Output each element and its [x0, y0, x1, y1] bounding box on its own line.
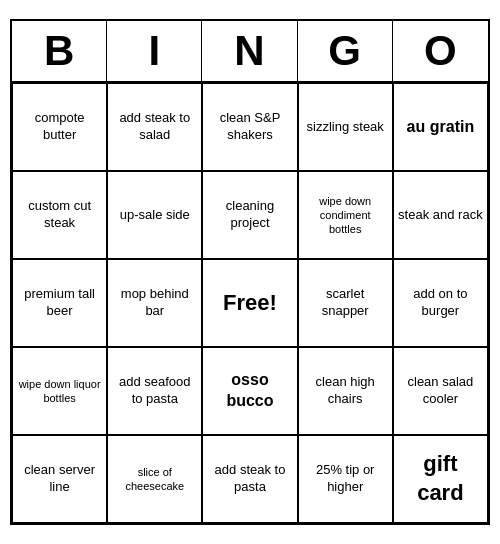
bingo-cell-23: 25% tip or higher: [298, 435, 393, 523]
bingo-cell-12: Free!: [202, 259, 297, 347]
bingo-cell-20: clean server line: [12, 435, 107, 523]
bingo-cell-8: wipe down condiment bottles: [298, 171, 393, 259]
bingo-card: BINGO compote butteradd steak to saladcl…: [10, 19, 490, 525]
bingo-cell-22: add steak to pasta: [202, 435, 297, 523]
bingo-cell-0: compote butter: [12, 83, 107, 171]
bingo-cell-4: au gratin: [393, 83, 488, 171]
bingo-cell-2: clean S&P shakers: [202, 83, 297, 171]
bingo-cell-14: add on to burger: [393, 259, 488, 347]
bingo-cell-3: sizzling steak: [298, 83, 393, 171]
header-letter-o: O: [393, 21, 488, 81]
bingo-cell-19: clean salad cooler: [393, 347, 488, 435]
bingo-cell-16: add seafood to pasta: [107, 347, 202, 435]
bingo-cell-24: gift card: [393, 435, 488, 523]
bingo-header: BINGO: [12, 21, 488, 83]
bingo-cell-17: osso bucco: [202, 347, 297, 435]
bingo-grid: compote butteradd steak to saladclean S&…: [12, 83, 488, 523]
bingo-cell-21: slice of cheesecake: [107, 435, 202, 523]
header-letter-n: N: [202, 21, 297, 81]
bingo-cell-1: add steak to salad: [107, 83, 202, 171]
bingo-cell-6: up-sale side: [107, 171, 202, 259]
bingo-cell-13: scarlet snapper: [298, 259, 393, 347]
bingo-cell-11: mop behind bar: [107, 259, 202, 347]
bingo-cell-15: wipe down liquor bottles: [12, 347, 107, 435]
bingo-cell-5: custom cut steak: [12, 171, 107, 259]
bingo-cell-10: premium tall beer: [12, 259, 107, 347]
bingo-cell-7: cleaning project: [202, 171, 297, 259]
header-letter-i: I: [107, 21, 202, 81]
header-letter-g: G: [298, 21, 393, 81]
bingo-cell-9: steak and rack: [393, 171, 488, 259]
header-letter-b: B: [12, 21, 107, 81]
bingo-cell-18: clean high chairs: [298, 347, 393, 435]
